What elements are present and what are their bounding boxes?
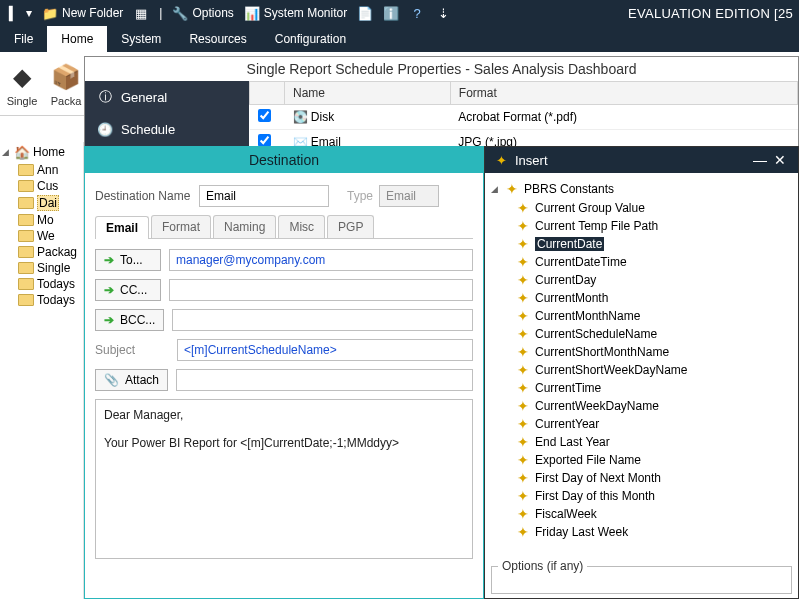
tree-item[interactable]: Dai [18, 194, 83, 212]
insert-item-label: Exported File Name [535, 453, 641, 467]
insert-item[interactable]: ✦CurrentMonthName [515, 307, 794, 325]
insert-item[interactable]: ✦Exported File Name [515, 451, 794, 469]
folder-icon [18, 214, 34, 226]
evaluation-edition-label: EVALUATION EDITION [25 [628, 6, 793, 21]
close-button[interactable]: ✕ [770, 152, 790, 168]
ribbon-package-button[interactable]: 📦 Packa [50, 61, 82, 107]
bcc-input[interactable] [172, 309, 473, 331]
tree-root-home[interactable]: ◢ 🏠 Home [0, 142, 83, 162]
nav-schedule[interactable]: 🕘 Schedule [85, 113, 249, 145]
menu-item-help[interactable]: ? [409, 5, 425, 21]
attach-input[interactable] [176, 369, 473, 391]
insert-root-label: PBRS Constants [524, 182, 614, 196]
tab-naming[interactable]: Naming [213, 215, 276, 238]
insert-item-label: End Last Year [535, 435, 610, 449]
menu-item-doc[interactable]: 📄 [357, 5, 373, 21]
tab-pgp[interactable]: PGP [327, 215, 374, 238]
tree-item[interactable]: Todays [18, 276, 83, 292]
bcc-button[interactable]: ➔BCC... [95, 309, 164, 331]
insert-item[interactable]: ✦First Day of Next Month [515, 469, 794, 487]
insert-item-label: CurrentTime [535, 381, 601, 395]
tab-home[interactable]: Home [47, 26, 107, 52]
attach-button[interactable]: 📎Attach [95, 369, 168, 391]
insert-item-label: First Day of Next Month [535, 471, 661, 485]
package-icon: 📦 [50, 61, 82, 93]
tab-resources[interactable]: Resources [175, 26, 260, 52]
col-name[interactable]: Name [285, 82, 451, 105]
minimize-button[interactable]: — [750, 152, 770, 168]
expander-icon[interactable]: ◢ [2, 147, 9, 157]
puzzle-icon: ✦ [515, 290, 531, 306]
insert-item-label: Friday Last Week [535, 525, 628, 539]
ribbon-single-button[interactable]: ◆ Single [6, 61, 38, 107]
tree-item[interactable]: Ann [18, 162, 83, 178]
tree-item[interactable]: Todays [18, 292, 83, 308]
insert-item[interactable]: ✦CurrentShortWeekDayName [515, 361, 794, 379]
options-button[interactable]: 🔧Options [172, 5, 233, 21]
subject-input[interactable] [177, 339, 473, 361]
tab-email[interactable]: Email [95, 216, 149, 239]
insert-item[interactable]: ✦CurrentYear [515, 415, 794, 433]
tab-file[interactable]: File [0, 26, 47, 52]
puzzle-icon: ✦ [515, 344, 531, 360]
insert-item[interactable]: ✦Current Temp File Path [515, 217, 794, 235]
menu-item-info[interactable]: ℹ️ [383, 5, 399, 21]
puzzle-icon: ✦ [515, 524, 531, 540]
insert-item[interactable]: ✦First Day of this Month [515, 487, 794, 505]
col-format[interactable]: Format [450, 82, 797, 105]
tree-item[interactable]: Cus [18, 178, 83, 194]
options-label: Options (if any) [498, 559, 587, 573]
body-line-2: Your Power BI Report for <[m]CurrentDate… [104, 436, 464, 450]
tree-item[interactable]: Mo [18, 212, 83, 228]
nav-general[interactable]: ⓘ General [85, 81, 249, 113]
insert-title-label: Insert [515, 153, 548, 168]
arrow-right-icon: ➔ [104, 313, 114, 327]
to-button[interactable]: ➔To... [95, 249, 161, 271]
cc-button[interactable]: ➔CC... [95, 279, 161, 301]
insert-item[interactable]: ✦End Last Year [515, 433, 794, 451]
tab-configuration[interactable]: Configuration [261, 26, 360, 52]
row-checkbox[interactable] [258, 109, 271, 122]
system-monitor-button[interactable]: 📊System Monitor [244, 5, 347, 21]
nav-schedule-label: Schedule [121, 122, 175, 137]
puzzle-icon: ✦ [515, 254, 531, 270]
insert-item[interactable]: ✦CurrentMonth [515, 289, 794, 307]
insert-item[interactable]: ✦Friday Last Week [515, 523, 794, 541]
insert-item[interactable]: ✦CurrentDay [515, 271, 794, 289]
new-folder-button[interactable]: 📁New Folder [42, 5, 123, 21]
insert-item[interactable]: ✦CurrentDateTime [515, 253, 794, 271]
tree-item[interactable]: We [18, 228, 83, 244]
dialog-title: Single Report Schedule Properties - Sale… [85, 57, 798, 81]
insert-item[interactable]: ✦CurrentWeekDayName [515, 397, 794, 415]
cc-input[interactable] [169, 279, 473, 301]
dest-name-input[interactable] [199, 185, 329, 207]
insert-root[interactable]: ◢ ✦ PBRS Constants [489, 179, 794, 199]
tab-system[interactable]: System [107, 26, 175, 52]
app-menu-toggle[interactable]: ▍▾ [6, 5, 32, 21]
options-groupbox: Options (if any) [491, 566, 792, 594]
puzzle-icon: ✦ [493, 152, 509, 168]
insert-item[interactable]: ✦CurrentTime [515, 379, 794, 397]
tree-item-label: Todays [37, 293, 75, 307]
tab-format[interactable]: Format [151, 215, 211, 238]
insert-item[interactable]: ✦CurrentDate [515, 235, 794, 253]
insert-item[interactable]: ✦CurrentScheduleName [515, 325, 794, 343]
subject-label: Subject [95, 343, 169, 357]
info-circle-icon: ⓘ [97, 89, 113, 105]
row-format: Acrobat Format (*.pdf) [450, 105, 797, 130]
tab-misc[interactable]: Misc [278, 215, 325, 238]
expander-icon[interactable]: ◢ [491, 184, 498, 194]
email-body-editor[interactable]: Dear Manager, Your Power BI Report for <… [95, 399, 473, 559]
menu-item-unknown1[interactable]: ▦ [133, 5, 149, 21]
tree-item[interactable]: Single [18, 260, 83, 276]
insert-item-label: CurrentShortMonthName [535, 345, 669, 359]
tree-item[interactable]: Packag [18, 244, 83, 260]
table-row[interactable]: 💽 DiskAcrobat Format (*.pdf) [250, 105, 798, 130]
insert-item[interactable]: ✦Current Group Value [515, 199, 794, 217]
ribbon-single-label: Single [7, 95, 38, 107]
insert-item[interactable]: ✦FiscalWeek [515, 505, 794, 523]
insert-item[interactable]: ✦CurrentShortMonthName [515, 343, 794, 361]
menu-overflow[interactable]: ⇣ [435, 5, 451, 21]
to-input[interactable] [169, 249, 473, 271]
puzzle-icon: ✦ [515, 308, 531, 324]
